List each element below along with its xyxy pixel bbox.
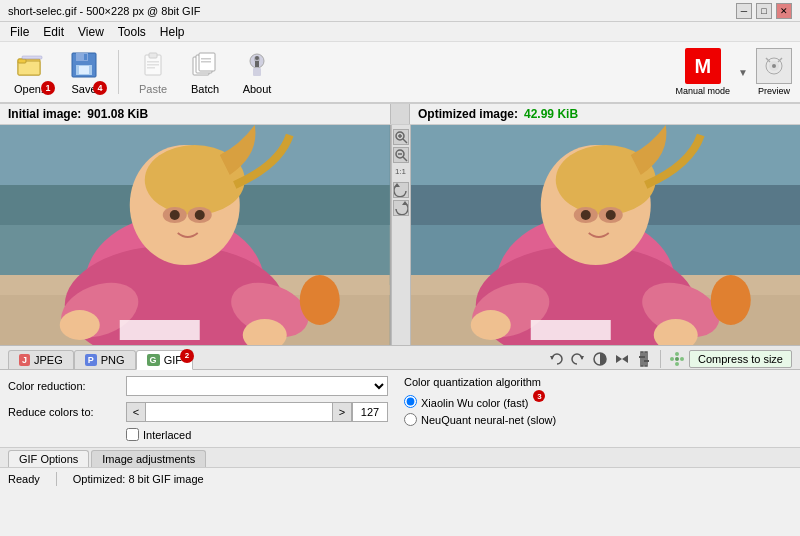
image-labels-row: Initial image: 901.08 KiB Optimized imag… (0, 104, 800, 125)
svg-point-44 (60, 310, 100, 340)
svg-rect-23 (255, 61, 259, 67)
options-area: Color reduction: Reduce colors to: < > 1… (0, 370, 800, 447)
gif-options-tab[interactable]: GIF Options (8, 450, 89, 467)
title-bar: short-selec.gif - 500×228 px @ 8bit GIF … (0, 0, 800, 22)
color-reduction-select[interactable] (126, 376, 388, 396)
svg-rect-75 (530, 320, 610, 340)
zoom-out-button[interactable] (393, 147, 409, 163)
tab-jpeg[interactable]: J JPEG (8, 350, 74, 369)
batch-button[interactable]: Batch (181, 46, 229, 98)
decrease-colors-button[interactable]: < (126, 402, 146, 422)
rotate-left-button[interactable] (393, 182, 409, 198)
svg-line-53 (403, 157, 407, 161)
menu-view[interactable]: View (72, 23, 110, 41)
quant-option1-label: Xiaolin Wu color (fast) 3 (421, 394, 543, 409)
tab-gif[interactable]: G GIF 2 (136, 350, 193, 370)
open-button[interactable]: Open... 1 (8, 46, 56, 98)
color-reduction-row: Color reduction: (8, 376, 388, 396)
quant-option2-row: NeuQuant neural-net (slow) (404, 413, 792, 426)
svg-point-88 (670, 357, 674, 361)
image-panels: 1:1 (0, 125, 800, 345)
image-adjustments-tab[interactable]: Image adjustments (91, 450, 206, 467)
svg-rect-13 (147, 67, 155, 69)
mode-area: M Manual mode ▼ Preview (676, 48, 792, 96)
color-quant-section: Color quantization algorithm Xiaolin Wu … (404, 376, 792, 426)
flower-icon[interactable] (667, 349, 687, 369)
svg-point-41 (195, 210, 205, 220)
toolbar: Open... 1 Save 4 Paste (0, 42, 800, 104)
undo-button[interactable] (546, 349, 566, 369)
svg-point-26 (772, 64, 776, 68)
open-badge: 1 (41, 81, 55, 95)
svg-rect-10 (149, 53, 157, 58)
increase-colors-button[interactable]: > (332, 402, 352, 422)
gif-icon: G (147, 354, 160, 366)
open-icon (16, 49, 48, 81)
svg-rect-81 (641, 352, 643, 366)
format-tabs-row: J JPEG P PNG G GIF 2 Compress to size (0, 345, 800, 370)
color-quant-title: Color quantization algorithm (404, 376, 792, 388)
svg-rect-47 (120, 320, 200, 340)
settings-icon-button[interactable] (634, 349, 654, 369)
redo-button[interactable] (568, 349, 588, 369)
tab-png[interactable]: P PNG (74, 350, 136, 369)
interlaced-row: Interlaced (8, 428, 388, 441)
preview-button[interactable]: Preview (756, 48, 792, 96)
status-bar: Ready Optimized: 8 bit GIF image (0, 467, 800, 489)
menu-tools[interactable]: Tools (112, 23, 152, 41)
svg-point-68 (580, 210, 590, 220)
close-button[interactable]: ✕ (776, 3, 792, 19)
save-button[interactable]: Save 4 (60, 46, 108, 98)
svg-point-87 (675, 362, 679, 366)
png-label: PNG (101, 354, 125, 366)
original-image-panel (0, 125, 391, 345)
save-badge: 4 (93, 81, 107, 95)
svg-point-69 (605, 210, 615, 220)
colors-slider-track[interactable] (146, 402, 332, 422)
mode-dropdown-icon[interactable]: ▼ (738, 67, 748, 78)
flip-button[interactable] (612, 349, 632, 369)
menu-edit[interactable]: Edit (37, 23, 70, 41)
menu-bar: File Edit View Tools Help (0, 22, 800, 42)
reduce-colors-label: Reduce colors to: (8, 406, 118, 418)
quant-option1-radio[interactable] (404, 395, 417, 408)
minimize-button[interactable]: ─ (736, 3, 752, 19)
svg-point-46 (300, 275, 340, 325)
paste-label: Paste (139, 83, 167, 95)
svg-point-85 (675, 357, 679, 361)
about-label: About (243, 83, 272, 95)
compress-to-size-button[interactable]: Compress to size (689, 350, 792, 368)
svg-rect-17 (201, 58, 211, 60)
quant-option2-radio[interactable] (404, 413, 417, 426)
menu-help[interactable]: Help (154, 23, 191, 41)
svg-rect-82 (645, 352, 647, 366)
quant-option2-label: NeuQuant neural-net (slow) (421, 414, 556, 426)
mode-button[interactable]: M Manual mode (676, 48, 731, 96)
maximize-button[interactable]: □ (756, 3, 772, 19)
gif-option-tabs: GIF Options Image adjustments (0, 447, 800, 467)
interlaced-label[interactable]: Interlaced (143, 429, 191, 441)
paste-button[interactable]: Paste (129, 46, 177, 98)
menu-file[interactable]: File (4, 23, 35, 41)
preview-icon (756, 48, 792, 84)
batch-icon (189, 49, 221, 81)
svg-rect-83 (639, 356, 645, 358)
status-separator (56, 472, 57, 486)
about-button[interactable]: About (233, 46, 281, 98)
batch-label: Batch (191, 83, 219, 95)
left-options: Color reduction: Reduce colors to: < > 1… (8, 376, 388, 441)
quant-badge: 3 (533, 390, 545, 402)
svg-rect-18 (201, 61, 211, 63)
svg-point-74 (710, 275, 750, 325)
zoom-in-button[interactable] (393, 129, 409, 145)
svg-point-22 (255, 56, 259, 60)
svg-rect-11 (147, 61, 159, 63)
svg-point-89 (680, 357, 684, 361)
png-icon: P (85, 354, 97, 366)
jpeg-icon: J (19, 354, 30, 366)
svg-line-49 (403, 139, 407, 143)
compare-button[interactable] (590, 349, 610, 369)
rotate-right-button[interactable] (393, 200, 409, 216)
interlaced-checkbox[interactable] (126, 428, 139, 441)
status-ready: Ready (8, 473, 40, 485)
